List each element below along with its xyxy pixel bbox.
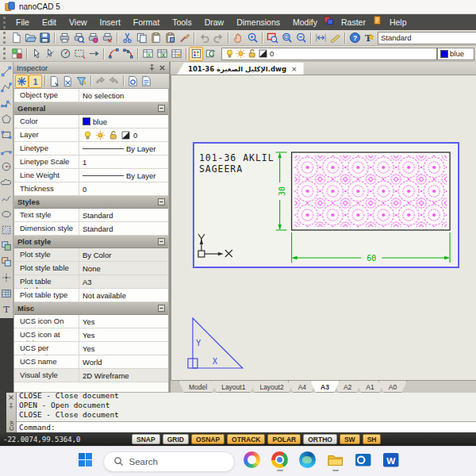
layout-tab-a3[interactable]: A3 — [310, 381, 340, 393]
layer-states-button[interactable] — [203, 47, 217, 61]
taskbar-chrome-icon[interactable] — [270, 450, 290, 474]
cursor-select-button[interactable] — [29, 47, 44, 61]
tab-close-icon[interactable]: × — [291, 65, 298, 73]
property-value[interactable]: 1 — [79, 155, 168, 168]
one-button[interactable]: 1 — [29, 75, 42, 88]
property-value[interactable]: Yes — [79, 315, 168, 328]
taskbar-word-icon[interactable]: W — [381, 450, 401, 474]
taskbar-search[interactable]: Search — [103, 451, 235, 472]
fence-select-button[interactable] — [44, 47, 58, 61]
quick1-button[interactable] — [126, 75, 140, 88]
layout-tab-a0[interactable]: A0 — [378, 381, 407, 393]
toggle-otrack[interactable]: OTRACK — [227, 434, 265, 444]
close-icon[interactable] — [159, 64, 166, 71]
paste-button[interactable] — [148, 31, 163, 45]
zoom-window-button[interactable] — [265, 31, 279, 45]
layout-tab-layout1[interactable]: Layout1 — [211, 381, 255, 393]
zoom-realtime-button[interactable] — [245, 31, 259, 45]
page-zoom-button[interactable] — [61, 75, 75, 88]
window-select-button[interactable] — [72, 47, 86, 61]
layer-combo[interactable]: 0 — [221, 48, 437, 60]
property-value[interactable]: Yes — [79, 328, 168, 341]
property-value[interactable]: None — [79, 262, 168, 274]
property-value[interactable]: 2D Wireframe — [79, 369, 168, 382]
toggle-sw[interactable]: SW — [340, 434, 360, 444]
line-tool-button[interactable] — [0, 63, 13, 79]
collapse-button[interactable]: − — [158, 198, 165, 205]
menu-badge-doc[interactable] — [372, 14, 383, 25]
page-new-button[interactable] — [48, 75, 61, 88]
snap-settings-button[interactable] — [10, 47, 24, 61]
new-file-button[interactable] — [9, 31, 23, 45]
plot-publish-button[interactable] — [86, 31, 100, 45]
compass-button[interactable] — [58, 47, 72, 61]
plot-settings-button[interactable] — [100, 31, 114, 45]
property-value[interactable]: A3 — [79, 275, 168, 288]
text-style-combo[interactable]: Standard — [378, 32, 476, 44]
save-button[interactable] — [37, 31, 52, 45]
copy-button[interactable] — [134, 31, 148, 45]
paste-block-button[interactable] — [163, 31, 177, 45]
property-value[interactable]: Yes — [79, 342, 168, 355]
property-value[interactable]: Standard — [79, 209, 168, 221]
copy-props-button[interactable] — [94, 75, 107, 88]
toggle-sh[interactable]: SH — [363, 434, 382, 444]
section-header-styles[interactable]: Styles− — [14, 196, 168, 209]
cloud-tool-button[interactable] — [0, 175, 13, 190]
property-value[interactable]: By Layer — [79, 169, 168, 182]
property-value[interactable]: By Layer — [79, 142, 168, 155]
pin-icon[interactable] — [8, 403, 14, 409]
pin-icon[interactable] — [148, 64, 155, 71]
xtable1-button[interactable]: X — [140, 47, 155, 61]
menu-grip[interactable] — [3, 17, 6, 29]
layers-props-button[interactable] — [189, 47, 203, 61]
point-tool-button[interactable] — [0, 270, 13, 285]
menu-item-tools[interactable]: Tools — [166, 14, 198, 30]
xtable3-button[interactable] — [169, 47, 183, 61]
text-style-button[interactable]: T — [362, 31, 376, 45]
pedit2-button[interactable] — [121, 47, 135, 61]
drawing-canvas[interactable]: 101-36 AKLIL SAGEERA 30 — [171, 75, 476, 380]
taskbar-edge-icon[interactable] — [298, 450, 318, 474]
region2-tool-button[interactable] — [0, 254, 13, 269]
menu-item-draw[interactable]: Draw — [198, 14, 231, 30]
collapse-button[interactable]: − — [158, 105, 165, 112]
paste-props-button[interactable] — [107, 75, 121, 88]
format-painter-button[interactable] — [177, 31, 191, 45]
section-header-misc[interactable]: Misc− — [14, 302, 168, 315]
zoom-out-button[interactable] — [294, 31, 308, 45]
close-icon[interactable] — [8, 394, 14, 401]
taskbar-outlook-icon[interactable] — [353, 450, 374, 474]
quick2-button[interactable] — [140, 75, 153, 88]
property-value[interactable]: By Color — [79, 248, 168, 261]
color-combo[interactable]: blue — [437, 48, 474, 60]
region-tool-button[interactable] — [0, 238, 13, 253]
open-button[interactable] — [23, 31, 37, 45]
property-value[interactable]: Standard — [79, 222, 168, 235]
menu-item-raster[interactable]: Raster — [335, 14, 372, 30]
taskbar-copilot-icon[interactable] — [242, 450, 263, 474]
zoom-dynamic-button[interactable] — [279, 31, 294, 45]
layout-tab-layout2[interactable]: Layout2 — [249, 381, 294, 393]
collapse-button[interactable]: − — [158, 238, 165, 245]
start-button[interactable] — [75, 450, 96, 474]
plot-button[interactable] — [57, 31, 71, 45]
pline-tool-button[interactable] — [0, 79, 13, 94]
toolbar-grip-2[interactable] — [3, 48, 6, 60]
property-value[interactable]: World — [79, 355, 168, 368]
command-input[interactable]: Command: — [17, 421, 476, 432]
undo-button[interactable] — [197, 31, 211, 45]
redo-button[interactable] — [211, 31, 225, 45]
pan-button[interactable] — [231, 31, 245, 45]
section-header-general[interactable]: General− — [14, 102, 168, 115]
property-value[interactable]: 0 — [79, 182, 168, 195]
menu-item-help[interactable]: Help — [383, 14, 413, 30]
spline-tool-button[interactable] — [0, 190, 13, 205]
rect-tool-button[interactable] — [0, 127, 13, 142]
toggle-ortho[interactable]: ORTHO — [303, 434, 337, 444]
star-button[interactable] — [15, 75, 29, 88]
layout-tab-model[interactable]: Model — [178, 381, 217, 393]
document-tab[interactable]: 101-36 الإكليل الصغيرة.dwg × — [177, 63, 304, 75]
menu-item-file[interactable]: File — [10, 14, 36, 30]
polygon-tool-button[interactable] — [0, 111, 13, 126]
